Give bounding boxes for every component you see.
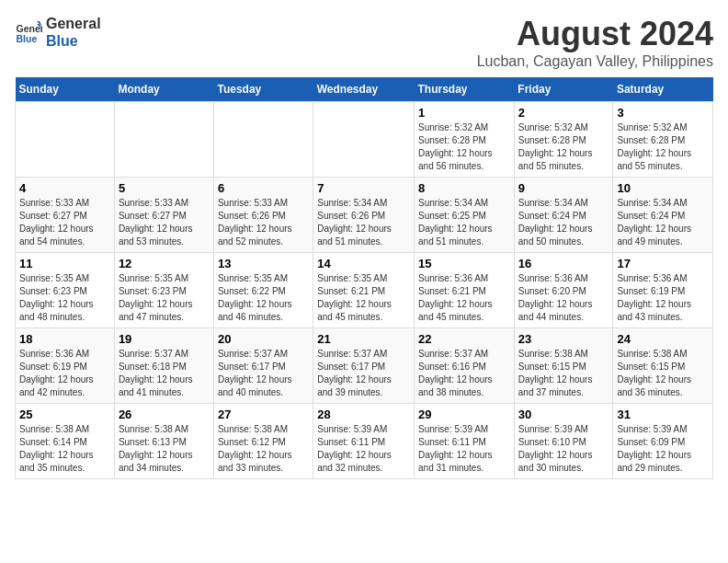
day-info: Sunrise: 5:34 AM Sunset: 6:25 PM Dayligh… [418, 197, 510, 248]
day-info: Sunrise: 5:35 AM Sunset: 6:22 PM Dayligh… [218, 272, 309, 324]
day-cell: 2 Sunrise: 5:32 AM Sunset: 6:28 PM Dayli… [514, 102, 613, 178]
day-info: Sunrise: 5:33 AM Sunset: 6:27 PM Dayligh… [119, 197, 210, 248]
day-number: 26 [119, 408, 210, 421]
subtitle: Lucban, Cagayan Valley, Philippines [477, 53, 713, 70]
header-saturday: Saturday [613, 77, 713, 102]
day-cell: 20 Sunrise: 5:37 AM Sunset: 6:17 PM Dayl… [213, 328, 313, 404]
day-info: Sunrise: 5:38 AM Sunset: 6:12 PM Dayligh… [218, 423, 309, 475]
logo-blue: Blue [46, 32, 101, 50]
day-cell: 3 Sunrise: 5:32 AM Sunset: 6:28 PM Dayli… [613, 102, 713, 178]
day-number: 25 [19, 408, 110, 421]
day-info: Sunrise: 5:38 AM Sunset: 6:15 PM Dayligh… [617, 348, 709, 399]
day-cell: 13 Sunrise: 5:35 AM Sunset: 6:22 PM Dayl… [213, 253, 313, 328]
header-wednesday: Wednesday [313, 77, 415, 102]
day-cell: 23 Sunrise: 5:38 AM Sunset: 6:15 PM Dayl… [514, 328, 613, 404]
day-info: Sunrise: 5:36 AM Sunset: 6:21 PM Dayligh… [418, 272, 510, 324]
day-number: 12 [119, 257, 210, 270]
day-info: Sunrise: 5:36 AM Sunset: 6:19 PM Dayligh… [19, 348, 110, 399]
day-number: 30 [518, 408, 609, 421]
day-info: Sunrise: 5:39 AM Sunset: 6:09 PM Dayligh… [617, 423, 709, 475]
day-number: 23 [518, 332, 609, 346]
day-info: Sunrise: 5:32 AM Sunset: 6:28 PM Dayligh… [617, 121, 709, 173]
day-number: 5 [119, 181, 210, 195]
day-info: Sunrise: 5:33 AM Sunset: 6:26 PM Dayligh… [218, 197, 309, 248]
day-number: 1 [418, 106, 510, 120]
day-info: Sunrise: 5:37 AM Sunset: 6:17 PM Dayligh… [317, 348, 410, 399]
day-number: 13 [218, 257, 309, 270]
day-cell: 26 Sunrise: 5:38 AM Sunset: 6:13 PM Dayl… [114, 404, 213, 479]
day-cell: 1 Sunrise: 5:32 AM Sunset: 6:28 PM Dayli… [415, 102, 515, 178]
day-cell: 10 Sunrise: 5:34 AM Sunset: 6:24 PM Dayl… [613, 178, 713, 253]
day-info: Sunrise: 5:37 AM Sunset: 6:17 PM Dayligh… [218, 348, 309, 399]
day-cell [16, 102, 115, 178]
day-number: 10 [617, 181, 709, 195]
day-cell: 9 Sunrise: 5:34 AM Sunset: 6:24 PM Dayli… [514, 178, 613, 253]
week-row-3: 11 Sunrise: 5:35 AM Sunset: 6:23 PM Dayl… [16, 253, 713, 328]
day-number: 15 [418, 257, 510, 270]
day-number: 27 [218, 408, 309, 421]
day-cell: 4 Sunrise: 5:33 AM Sunset: 6:27 PM Dayli… [16, 178, 115, 253]
day-cell: 12 Sunrise: 5:35 AM Sunset: 6:23 PM Dayl… [114, 253, 213, 328]
day-info: Sunrise: 5:32 AM Sunset: 6:28 PM Dayligh… [418, 121, 510, 173]
day-info: Sunrise: 5:35 AM Sunset: 6:23 PM Dayligh… [119, 272, 210, 324]
day-cell: 28 Sunrise: 5:39 AM Sunset: 6:11 PM Dayl… [313, 404, 415, 479]
day-cell [114, 102, 213, 178]
day-info: Sunrise: 5:38 AM Sunset: 6:15 PM Dayligh… [518, 348, 609, 399]
day-cell: 16 Sunrise: 5:36 AM Sunset: 6:20 PM Dayl… [514, 253, 613, 328]
day-info: Sunrise: 5:35 AM Sunset: 6:23 PM Dayligh… [19, 272, 110, 324]
day-cell: 15 Sunrise: 5:36 AM Sunset: 6:21 PM Dayl… [415, 253, 515, 328]
svg-text:Blue: Blue [17, 33, 38, 44]
day-cell: 6 Sunrise: 5:33 AM Sunset: 6:26 PM Dayli… [213, 178, 313, 253]
header-tuesday: Tuesday [213, 77, 313, 102]
main-title: August 2024 [477, 15, 713, 53]
day-number: 29 [418, 408, 510, 421]
day-cell [313, 102, 415, 178]
day-cell: 25 Sunrise: 5:38 AM Sunset: 6:14 PM Dayl… [16, 404, 115, 479]
day-number: 28 [317, 408, 410, 421]
logo: General Blue General Blue [15, 15, 101, 50]
day-info: Sunrise: 5:39 AM Sunset: 6:10 PM Dayligh… [518, 423, 609, 475]
day-number: 19 [119, 332, 210, 346]
header-friday: Friday [514, 77, 613, 102]
day-number: 2 [518, 106, 609, 120]
day-info: Sunrise: 5:39 AM Sunset: 6:11 PM Dayligh… [418, 423, 510, 475]
week-row-1: 1 Sunrise: 5:32 AM Sunset: 6:28 PM Dayli… [16, 102, 713, 178]
day-number: 6 [218, 181, 309, 195]
day-number: 17 [617, 257, 709, 270]
day-number: 21 [317, 332, 410, 346]
day-info: Sunrise: 5:32 AM Sunset: 6:28 PM Dayligh… [518, 121, 609, 173]
header-thursday: Thursday [415, 77, 515, 102]
day-number: 7 [317, 181, 410, 195]
day-number: 16 [518, 257, 609, 270]
day-info: Sunrise: 5:35 AM Sunset: 6:21 PM Dayligh… [317, 272, 410, 324]
week-row-4: 18 Sunrise: 5:36 AM Sunset: 6:19 PM Dayl… [16, 328, 713, 404]
day-cell: 30 Sunrise: 5:39 AM Sunset: 6:10 PM Dayl… [514, 404, 613, 479]
day-info: Sunrise: 5:39 AM Sunset: 6:11 PM Dayligh… [317, 423, 410, 475]
logo-icon: General Blue [15, 18, 42, 46]
day-number: 4 [19, 181, 110, 195]
day-number: 9 [518, 181, 609, 195]
day-number: 14 [317, 257, 410, 270]
header-sunday: Sunday [16, 77, 115, 102]
day-info: Sunrise: 5:37 AM Sunset: 6:16 PM Dayligh… [418, 348, 510, 399]
day-info: Sunrise: 5:37 AM Sunset: 6:18 PM Dayligh… [119, 348, 210, 399]
day-number: 20 [218, 332, 309, 346]
day-cell: 7 Sunrise: 5:34 AM Sunset: 6:26 PM Dayli… [313, 178, 415, 253]
day-cell: 17 Sunrise: 5:36 AM Sunset: 6:19 PM Dayl… [613, 253, 713, 328]
day-cell: 5 Sunrise: 5:33 AM Sunset: 6:27 PM Dayli… [114, 178, 213, 253]
day-number: 31 [617, 408, 709, 421]
day-info: Sunrise: 5:38 AM Sunset: 6:14 PM Dayligh… [19, 423, 110, 475]
day-info: Sunrise: 5:34 AM Sunset: 6:26 PM Dayligh… [317, 197, 410, 248]
day-number: 18 [19, 332, 110, 346]
day-info: Sunrise: 5:38 AM Sunset: 6:13 PM Dayligh… [119, 423, 210, 475]
day-cell: 19 Sunrise: 5:37 AM Sunset: 6:18 PM Dayl… [114, 328, 213, 404]
day-cell: 24 Sunrise: 5:38 AM Sunset: 6:15 PM Dayl… [613, 328, 713, 404]
day-info: Sunrise: 5:34 AM Sunset: 6:24 PM Dayligh… [518, 197, 609, 248]
days-header-row: SundayMondayTuesdayWednesdayThursdayFrid… [16, 77, 713, 102]
day-info: Sunrise: 5:34 AM Sunset: 6:24 PM Dayligh… [617, 197, 709, 248]
page-header: General Blue General Blue August 2024 Lu… [15, 15, 713, 70]
day-cell: 14 Sunrise: 5:35 AM Sunset: 6:21 PM Dayl… [313, 253, 415, 328]
day-number: 8 [418, 181, 510, 195]
day-number: 24 [617, 332, 709, 346]
day-cell: 27 Sunrise: 5:38 AM Sunset: 6:12 PM Dayl… [213, 404, 313, 479]
